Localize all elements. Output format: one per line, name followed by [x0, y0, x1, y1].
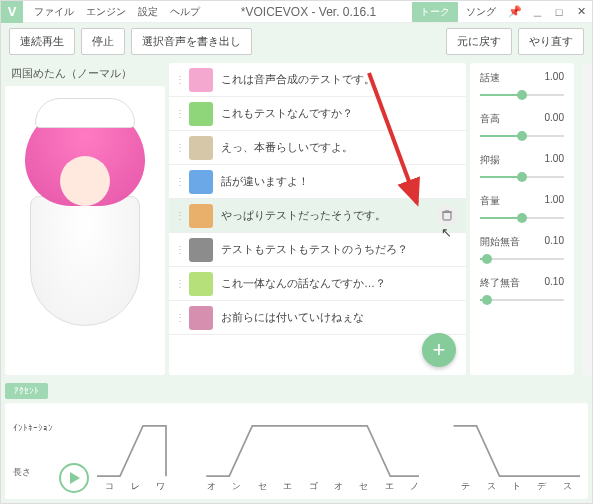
accent-graph[interactable]: コレワオンセエゴオセエノテストデス [97, 407, 580, 495]
character-avatar[interactable] [189, 136, 213, 160]
param-slider[interactable] [480, 252, 564, 266]
mora[interactable]: ノ [402, 480, 427, 493]
param-label: 音高 [480, 112, 500, 126]
drag-handle-icon[interactable]: ⋮ [175, 312, 181, 323]
minimize-icon[interactable]: ＿ [526, 1, 548, 23]
mora[interactable]: エ [377, 480, 402, 493]
drag-handle-icon[interactable]: ⋮ [175, 210, 181, 221]
pin-icon[interactable]: 📌 [504, 1, 526, 23]
param-label: 終了無音 [480, 276, 520, 290]
line-row[interactable]: ⋮これ一体なんの話なんですか…？ [169, 267, 466, 301]
mora[interactable]: エ [275, 480, 300, 493]
param-5: 終了無音0.10 [480, 276, 564, 307]
scrollbar[interactable] [582, 63, 592, 375]
mora[interactable]: セ [250, 480, 275, 493]
param-slider[interactable] [480, 293, 564, 307]
menu-2[interactable]: 設定 [133, 3, 163, 21]
character-portrait [5, 86, 165, 375]
mora[interactable] [173, 480, 198, 493]
param-slider[interactable] [480, 129, 564, 143]
drag-handle-icon[interactable]: ⋮ [175, 74, 181, 85]
menu-1[interactable]: エンジン [81, 3, 131, 21]
trash-icon [442, 210, 452, 221]
mora[interactable]: セ [351, 480, 376, 493]
line-row[interactable]: ⋮テストもテストもテストのうちだろ？ [169, 233, 466, 267]
mora[interactable]: テ [453, 480, 478, 493]
window-title: *VOICEVOX - Ver. 0.16.1 [205, 5, 412, 19]
mode-talk[interactable]: トーク [412, 2, 458, 22]
character-avatar[interactable] [189, 204, 213, 228]
close-icon[interactable]: ✕ [570, 1, 592, 23]
character-avatar[interactable] [189, 102, 213, 126]
mora[interactable]: レ [122, 480, 147, 493]
line-text[interactable]: えっ、本番らしいですよ。 [221, 140, 460, 155]
param-value: 1.00 [545, 194, 564, 208]
param-slider[interactable] [480, 170, 564, 184]
app-logo: V [1, 1, 23, 23]
line-text[interactable]: これもテストなんですか？ [221, 106, 460, 121]
character-avatar[interactable] [189, 170, 213, 194]
mora[interactable]: デ [529, 480, 554, 493]
line-text[interactable]: これ一体なんの話なんですか…？ [221, 276, 460, 291]
line-row[interactable]: ⋮これは音声合成のテストです。 [169, 63, 466, 97]
menu-0[interactable]: ファイル [29, 3, 79, 21]
delete-line-button[interactable]: ↖ [436, 205, 458, 227]
character-avatar[interactable] [189, 68, 213, 92]
tab-accent[interactable]: ｱｸｾﾝﾄ [5, 383, 48, 399]
line-row[interactable]: ⋮話が違いますよ！ [169, 165, 466, 199]
play-button[interactable] [59, 463, 89, 493]
line-text[interactable]: やっぱりテストだったそうです。 [221, 208, 460, 223]
maximize-icon[interactable]: □ [548, 1, 570, 23]
intonation-label[interactable]: ｲﾝﾄﾈｰｼｮﾝ [13, 423, 59, 433]
line-row[interactable]: ⋮お前らには付いていけねぇな [169, 301, 466, 335]
length-label[interactable]: 長さ [13, 466, 59, 479]
character-avatar[interactable] [189, 272, 213, 296]
drag-handle-icon[interactable]: ⋮ [175, 278, 181, 289]
param-slider[interactable] [480, 88, 564, 102]
param-1: 音高0.00 [480, 112, 564, 143]
line-row[interactable]: ⋮これもテストなんですか？ [169, 97, 466, 131]
mora[interactable]: ス [555, 480, 580, 493]
line-row[interactable]: ⋮やっぱりテストだったそうです。↖ [169, 199, 466, 233]
character-name[interactable]: 四国めたん（ノーマル） [5, 63, 165, 84]
mora[interactable]: ン [224, 480, 249, 493]
param-value: 0.10 [545, 235, 564, 249]
mora[interactable]: ト [504, 480, 529, 493]
drag-handle-icon[interactable]: ⋮ [175, 108, 181, 119]
mora[interactable]: ワ [148, 480, 173, 493]
play-icon [69, 472, 80, 484]
line-text[interactable]: テストもテストもテストのうちだろ？ [221, 242, 460, 257]
line-row[interactable]: ⋮えっ、本番らしいですよ。 [169, 131, 466, 165]
param-4: 開始無音0.10 [480, 235, 564, 266]
mora[interactable]: ス [478, 480, 503, 493]
undo-button[interactable]: 元に戻す [446, 28, 512, 55]
param-value: 0.10 [545, 276, 564, 290]
param-0: 話速1.00 [480, 71, 564, 102]
add-line-button[interactable]: + [422, 333, 456, 367]
drag-handle-icon[interactable]: ⋮ [175, 142, 181, 153]
menu-3[interactable]: ヘルプ [165, 3, 205, 21]
export-button[interactable]: 選択音声を書き出し [131, 28, 252, 55]
play-all-button[interactable]: 連続再生 [9, 28, 75, 55]
character-avatar[interactable] [189, 306, 213, 330]
param-label: 音量 [480, 194, 500, 208]
param-2: 抑揚1.00 [480, 153, 564, 184]
mora[interactable] [427, 480, 452, 493]
param-value: 0.00 [545, 112, 564, 126]
param-label: 話速 [480, 71, 500, 85]
character-avatar[interactable] [189, 238, 213, 262]
mode-song[interactable]: ソング [458, 2, 504, 22]
line-text[interactable]: 話が違いますよ！ [221, 174, 460, 189]
mora[interactable]: オ [326, 480, 351, 493]
drag-handle-icon[interactable]: ⋮ [175, 176, 181, 187]
mora[interactable]: コ [97, 480, 122, 493]
stop-button[interactable]: 停止 [81, 28, 125, 55]
param-value: 1.00 [545, 71, 564, 85]
mora[interactable]: ゴ [300, 480, 325, 493]
param-slider[interactable] [480, 211, 564, 225]
line-text[interactable]: お前らには付いていけねぇな [221, 310, 460, 325]
drag-handle-icon[interactable]: ⋮ [175, 244, 181, 255]
redo-button[interactable]: やり直す [518, 28, 584, 55]
mora[interactable]: オ [199, 480, 224, 493]
line-text[interactable]: これは音声合成のテストです。 [221, 72, 460, 87]
